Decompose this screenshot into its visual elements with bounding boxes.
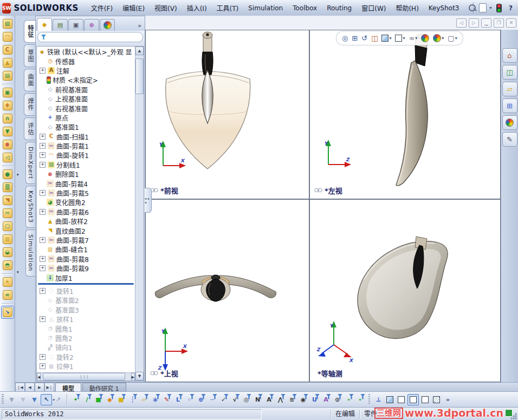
tree-item[interactable]: ▞镜向1 xyxy=(37,343,135,352)
expand-toggle-icon[interactable]: + xyxy=(40,162,46,168)
displaymanager-tab[interactable] xyxy=(100,19,115,31)
nav-prev-icon[interactable]: ◀ xyxy=(25,383,35,392)
nav-next-icon[interactable]: ▶ xyxy=(35,383,44,392)
intersection-curve-icon[interactable]: ≈ xyxy=(2,289,14,301)
expand-toggle-icon[interactable]: + xyxy=(40,363,46,369)
filter-center-marks-icon[interactable]: ⊕ xyxy=(196,395,206,405)
tree-vertical-scrollbar[interactable]: ▲ ▼ xyxy=(135,47,144,380)
dropdown-caret-icon[interactable]: ▾ xyxy=(389,36,391,41)
expand-toggle-icon[interactable]: + xyxy=(40,143,46,149)
tab-motion-study[interactable]: 動作研究 1 xyxy=(82,383,126,392)
tree-item[interactable]: ◔圆角2 xyxy=(37,333,135,343)
filter-sketch-points-icon[interactable]: ＊ xyxy=(150,395,160,405)
tree-item[interactable]: +✂曲面-剪裁9 xyxy=(37,264,135,273)
design-library-tab[interactable]: ◫ xyxy=(502,65,517,80)
command-tab-特征[interactable]: 特征 xyxy=(24,20,35,43)
filter-dowel-pins-icon[interactable]: ⊙ xyxy=(332,395,342,405)
untrim-surface-icon[interactable]: ▢ xyxy=(2,220,14,232)
scroll-up-icon[interactable]: ▲ xyxy=(135,47,144,55)
tree-item[interactable]: ◇基准面1 xyxy=(37,122,135,132)
dropdown-caret-icon[interactable]: ▾ xyxy=(403,36,405,41)
zoom-to-fit-icon[interactable]: ◎ xyxy=(341,34,349,42)
dropdown-caret-icon[interactable]: ▾ xyxy=(415,36,417,41)
select-icon[interactable]: ↖▾ xyxy=(41,394,52,405)
command-tab-评估[interactable]: 评估 xyxy=(24,117,35,140)
freeform-icon[interactable]: ∩ xyxy=(2,113,14,124)
filter-centerlines-icon[interactable]: ┄ xyxy=(207,395,217,405)
filter-geometric-tolerances-icon[interactable]: ◎ xyxy=(241,395,251,405)
menu-item[interactable]: 帮助(H) xyxy=(391,1,423,15)
toolbar-overflow-arrow-icon[interactable]: ▾ xyxy=(17,270,19,274)
viewport-isometric[interactable]: YXZ *等轴测 xyxy=(310,200,500,382)
tree-item[interactable]: ◥直纹曲面2 xyxy=(37,226,135,235)
lofted-surface-icon[interactable]: ▲ xyxy=(2,57,14,69)
tree-horizontal-scrollbar[interactable]: ◀ ❘❘❘ ▶ xyxy=(37,372,135,380)
previous-view-icon[interactable]: ↺ xyxy=(360,34,368,42)
tree-item[interactable]: +✂曲面-剪裁8 xyxy=(37,254,135,264)
planar-surface-icon[interactable]: ▣ xyxy=(2,87,14,99)
selection-filter-toggle-icon[interactable]: ▼ xyxy=(7,395,17,405)
view-orientation-icon[interactable]: ▾ xyxy=(380,34,392,42)
zoom-to-area-icon[interactable]: ⊞ xyxy=(351,34,359,42)
display-style-icon[interactable]: ▾ xyxy=(394,34,406,42)
dropdown-caret-icon[interactable]: ▾ xyxy=(455,36,457,41)
section-view-icon[interactable]: ◫ xyxy=(370,34,379,42)
feature-filter[interactable] xyxy=(37,32,143,42)
filter-dimensions-icon[interactable]: ✓ xyxy=(218,395,229,405)
expand-toggle-icon[interactable]: + xyxy=(40,256,46,262)
manager-tabs-overflow-icon[interactable]: » xyxy=(138,22,144,31)
command-tab-焊件[interactable]: 焊件 xyxy=(24,93,35,116)
offset-surface-icon[interactable]: ✚ xyxy=(2,100,14,111)
display-hidden-lines-removed-icon[interactable] xyxy=(407,394,419,405)
filter-solid-bodies-icon[interactable]: ■ xyxy=(116,395,126,405)
expand-toggle-icon[interactable]: + xyxy=(40,265,46,271)
filter-edges-icon[interactable]: ∕ xyxy=(82,395,92,405)
view-settings-icon[interactable]: ▢▾ xyxy=(446,34,458,42)
filter-axes-icon[interactable]: ┆ xyxy=(127,395,138,405)
command-tab-DimXpert[interactable]: DimXpert xyxy=(25,142,35,184)
ruled-surface-icon[interactable]: ◥ xyxy=(2,194,14,206)
expand-toggle-icon[interactable]: + xyxy=(40,209,46,215)
edit-appearance-icon[interactable] xyxy=(420,34,430,43)
propertymanager-tab[interactable]: ▤ xyxy=(53,19,68,31)
scrollbar-thumb[interactable] xyxy=(135,58,144,94)
thicken-icon[interactable]: ◒ xyxy=(2,246,14,258)
viewport-top[interactable]: YXZ *上视 xyxy=(146,200,309,382)
file-explorer-tab[interactable]: ▱ xyxy=(502,82,517,96)
tree-item[interactable]: ↓加厚1 xyxy=(37,273,135,282)
tree-item[interactable]: +◠曲面-旋转1 xyxy=(37,150,135,160)
tree-item[interactable]: +◌旋转1 xyxy=(37,286,135,296)
filter-weld-beads-icon[interactable]: ≋ xyxy=(287,395,297,405)
filter-midpoints-icon[interactable]: ◦ xyxy=(184,395,195,405)
filter-sketch-segments-icon[interactable]: L xyxy=(173,395,183,405)
tree-item[interactable]: +✂曲面-剪裁5 xyxy=(37,188,135,198)
toolbar-grip[interactable] xyxy=(2,394,4,405)
trim-surface-icon[interactable]: ✂ xyxy=(2,207,14,219)
filter-connection-points-icon[interactable]: ∘ xyxy=(344,395,354,405)
help-icon[interactable]: ? xyxy=(506,3,516,13)
window-previous-icon[interactable]: ◁ xyxy=(456,18,467,28)
tree-item[interactable]: +▨分割线1 xyxy=(37,160,135,169)
dimxpertmanager-tab[interactable]: ⊕ xyxy=(84,19,99,31)
menu-item[interactable]: 窗口(W) xyxy=(357,1,391,15)
tree-item[interactable]: ⊗删除面1 xyxy=(37,169,135,179)
filter-weld-symbols-icon[interactable]: ⋀ xyxy=(275,395,286,405)
expand-toggle-icon[interactable]: + xyxy=(40,316,46,322)
all-selection-filters-icon[interactable]: ▼ xyxy=(29,395,40,405)
toolbar-overflow-arrow-icon[interactable]: ▾ xyxy=(17,173,19,177)
document-minimize-icon[interactable]: ▁ xyxy=(481,18,491,28)
filled-surface-icon[interactable]: ● xyxy=(2,168,14,180)
filter-notes-icon[interactable]: N xyxy=(252,395,263,405)
tree-item[interactable]: ◇上视基准面 xyxy=(37,94,135,103)
solidworks-resources-tab[interactable]: ⌂ xyxy=(502,48,517,63)
menu-item[interactable]: Toolbox xyxy=(288,2,322,14)
extruded-surface-icon[interactable]: ▧ xyxy=(2,18,14,30)
filter-sketches-icon[interactable]: ✎ xyxy=(161,395,172,405)
menu-item[interactable]: 文件(F) xyxy=(86,1,118,15)
magnified-selection-icon[interactable]: ↗ xyxy=(53,395,63,405)
boundary-surface-icon[interactable]: ▤ xyxy=(2,70,14,82)
filter-faces-icon[interactable]: ■ xyxy=(93,395,103,405)
tree-item[interactable]: +△放样1 xyxy=(37,314,135,324)
tree-item[interactable]: 材质 <未指定> xyxy=(37,75,135,84)
replace-face-icon[interactable]: ▼ xyxy=(2,126,14,137)
